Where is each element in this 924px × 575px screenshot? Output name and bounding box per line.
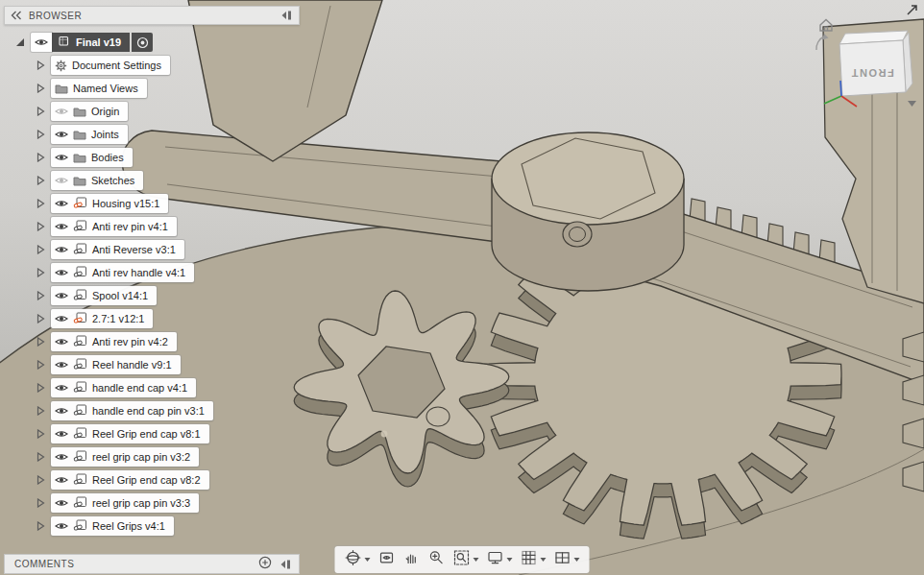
tree-row-anti-rev-pin-v4-1[interactable]: Anti rev pin v4:1 bbox=[4, 215, 300, 238]
expand-arrow-icon[interactable] bbox=[36, 360, 46, 370]
dropdown-caret-icon[interactable] bbox=[507, 558, 513, 562]
expand-arrow-icon[interactable] bbox=[36, 199, 46, 208]
expand-arrow-icon[interactable] bbox=[36, 452, 46, 462]
tree-row-origin[interactable]: Origin bbox=[4, 100, 300, 123]
tree-item-pill[interactable]: Reel handle v9:1 bbox=[51, 355, 181, 374]
visibility-eye-icon[interactable] bbox=[55, 360, 68, 370]
visibility-eye-icon[interactable] bbox=[55, 199, 68, 208]
tree-item-pill[interactable]: 2.7:1 v12:1 bbox=[51, 309, 153, 328]
tree-row-anti-rev-pin-v4-2[interactable]: Anti rev pin v4:2 bbox=[4, 330, 300, 353]
grid-snap-tool-button[interactable] bbox=[517, 547, 550, 572]
tree-item-pill[interactable]: Reel Grip end cap v8:1 bbox=[51, 424, 209, 443]
expand-arrow-icon[interactable] bbox=[36, 314, 46, 323]
visibility-eye-icon[interactable] bbox=[55, 452, 68, 462]
dropdown-caret-icon[interactable] bbox=[474, 558, 479, 562]
tree-row-housing-v15-1[interactable]: Housing v15:1 bbox=[4, 192, 300, 215]
tree-item-pill[interactable]: reel grip cap pin v3:2 bbox=[51, 447, 199, 467]
viewports-tool-button[interactable] bbox=[550, 547, 584, 572]
expand-arrow-icon[interactable] bbox=[36, 337, 46, 347]
visibility-eye-icon[interactable] bbox=[55, 130, 68, 139]
visibility-eye-icon[interactable] bbox=[55, 245, 68, 254]
tree-row-anti-rev-handle-v4-1[interactable]: Anti rev handle v4:1 bbox=[4, 261, 300, 284]
expand-arrow-icon[interactable] bbox=[36, 291, 46, 300]
visibility-eye-icon[interactable] bbox=[55, 153, 68, 162]
tree-row-anti-reverse-v3-1[interactable]: Anti Reverse v3:1 bbox=[4, 238, 300, 261]
panel-resize-icon[interactable] bbox=[281, 7, 293, 24]
tree-item-pill[interactable]: Anti Reverse v3:1 bbox=[51, 240, 184, 259]
tree-row-handle-end-cap-pin-v3-1[interactable]: handle end cap pin v3:1 bbox=[4, 399, 300, 422]
root-expand-arrow-icon[interactable] bbox=[15, 37, 25, 47]
expand-arrow-icon[interactable] bbox=[36, 176, 46, 185]
orbit-tool-button[interactable] bbox=[341, 547, 375, 572]
tree-item-pill[interactable]: Spool v14:1 bbox=[51, 286, 157, 305]
tree-row-bodies[interactable]: Bodies bbox=[4, 146, 300, 169]
expand-arrow-icon[interactable] bbox=[36, 107, 46, 116]
tree-item-pill[interactable]: Reel Grips v4:1 bbox=[51, 516, 174, 536]
tree-item-pill[interactable]: Sketches bbox=[51, 171, 143, 190]
visibility-eye-icon[interactable] bbox=[55, 498, 68, 508]
pan-tool-button[interactable] bbox=[400, 547, 425, 572]
look-at-tool-button[interactable] bbox=[375, 547, 400, 572]
visibility-eye-icon[interactable] bbox=[55, 337, 68, 347]
tree-item-pill[interactable]: Named Views bbox=[51, 79, 147, 98]
expand-arrow-icon[interactable] bbox=[36, 383, 46, 393]
dropdown-caret-icon[interactable] bbox=[541, 558, 547, 562]
visibility-eye-icon[interactable] bbox=[55, 475, 68, 485]
tree-item-pill[interactable]: Document Settings bbox=[51, 56, 170, 75]
tree-row-document-settings[interactable]: Document Settings bbox=[4, 54, 300, 77]
viewcube[interactable]: FRONT bbox=[813, 12, 920, 111]
tree-item-pill[interactable]: Reel Grip end cap v8:2 bbox=[51, 470, 209, 490]
fit-tool-button[interactable] bbox=[450, 547, 483, 572]
visibility-eye-icon[interactable] bbox=[55, 107, 68, 116]
expand-arrow-icon[interactable] bbox=[36, 84, 46, 93]
comments-panel[interactable]: COMMENTS bbox=[4, 554, 300, 574]
tree-row-reel-handle-v9-1[interactable]: Reel handle v9:1 bbox=[4, 353, 300, 376]
root-component[interactable]: Final v19 bbox=[52, 33, 130, 52]
tree-item-pill[interactable]: Joints bbox=[51, 125, 128, 144]
expand-arrow-icon[interactable] bbox=[36, 268, 46, 277]
tree-row-2-7-1-v12-1[interactable]: 2.7:1 v12:1 bbox=[4, 307, 300, 330]
tree-row-reel-grip-cap-pin-v3-2[interactable]: reel grip cap pin v3:2 bbox=[4, 445, 300, 468]
expand-arrow-icon[interactable] bbox=[36, 521, 46, 531]
tree-row-handle-end-cap-v4-1[interactable]: handle end cap v4:1 bbox=[4, 376, 300, 399]
tree-item-pill[interactable]: handle end cap v4:1 bbox=[51, 378, 196, 397]
expand-arrow-icon[interactable] bbox=[36, 429, 46, 439]
dropdown-caret-icon[interactable] bbox=[574, 558, 580, 562]
visibility-eye-icon[interactable] bbox=[55, 176, 68, 185]
viewcube-menu-caret-icon[interactable] bbox=[908, 101, 916, 107]
visibility-eye-icon[interactable] bbox=[55, 291, 68, 300]
viewcube-home-icon[interactable] bbox=[820, 20, 832, 32]
tree-item-pill[interactable]: Anti rev handle v4:1 bbox=[51, 263, 194, 282]
visibility-eye-icon[interactable] bbox=[55, 314, 68, 323]
expand-arrow-icon[interactable] bbox=[36, 130, 46, 139]
viewcube-cube[interactable]: FRONT bbox=[839, 31, 912, 96]
activate-component-radio[interactable] bbox=[132, 33, 153, 52]
tree-item-pill[interactable]: Anti rev pin v4:1 bbox=[51, 217, 177, 236]
tree-item-pill[interactable]: Bodies bbox=[51, 148, 133, 167]
collapse-comments-icon[interactable] bbox=[280, 556, 292, 573]
visibility-eye-icon[interactable] bbox=[55, 429, 68, 439]
viewcube-orbit-arrow-icon[interactable] bbox=[816, 34, 829, 50]
tree-row-sketches[interactable]: Sketches bbox=[4, 169, 300, 192]
add-comment-icon[interactable] bbox=[258, 556, 272, 573]
tree-row-reel-grip-end-cap-v8-1[interactable]: Reel Grip end cap v8:1 bbox=[4, 422, 300, 445]
visibility-eye-icon[interactable] bbox=[55, 222, 68, 231]
expand-arrow-icon[interactable] bbox=[36, 245, 46, 254]
expand-arrow-icon[interactable] bbox=[36, 222, 46, 231]
tree-row-reel-grip-cap-pin-v3-3[interactable]: reel grip cap pin v3:3 bbox=[4, 491, 300, 515]
zoom-tool-button[interactable] bbox=[425, 547, 450, 572]
collapse-panel-icon[interactable] bbox=[11, 7, 22, 24]
visibility-eye-icon[interactable] bbox=[55, 383, 68, 393]
visibility-eye-icon[interactable] bbox=[55, 268, 68, 277]
tree-item-pill[interactable]: reel grip cap pin v3:3 bbox=[51, 493, 199, 513]
tree-row-reel-grips-v4-1[interactable]: Reel Grips v4:1 bbox=[4, 515, 300, 538]
display-settings-tool-button[interactable] bbox=[483, 547, 517, 572]
visibility-eye-icon[interactable] bbox=[55, 521, 68, 531]
root-visibility-eye-icon[interactable] bbox=[31, 33, 52, 52]
expand-arrow-icon[interactable] bbox=[36, 475, 46, 485]
expand-arrow-icon[interactable] bbox=[36, 60, 46, 70]
tree-row-joints[interactable]: Joints bbox=[4, 123, 300, 146]
visibility-eye-icon[interactable] bbox=[55, 406, 68, 416]
expand-arrow-icon[interactable] bbox=[36, 406, 46, 416]
tree-row-root[interactable]: Final v19 bbox=[4, 31, 300, 54]
